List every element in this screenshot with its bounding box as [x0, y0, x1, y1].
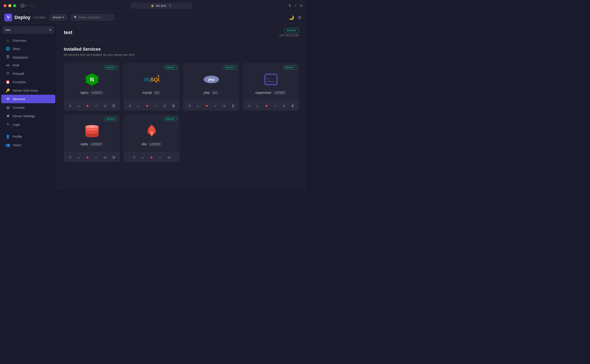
ufw-stop-button[interactable]: ■ [149, 155, 154, 160]
supervisor-start-button[interactable]: ▷ [256, 104, 260, 108]
mysql-stop-button[interactable]: ■ [145, 104, 149, 108]
nginx-check-button[interactable]: ✓ [94, 104, 99, 108]
php-disable-button[interactable]: ⊘ [222, 104, 227, 108]
fullscreen-button[interactable] [13, 4, 16, 7]
sidebar-item-label: Users [13, 143, 21, 147]
env-selector-button[interactable]: default ▾ [49, 14, 67, 20]
settings-icon[interactable]: ⚙ [298, 15, 302, 20]
supervisor-name: supervisor [255, 91, 271, 95]
sidebar-item-cronjobs[interactable]: ⏰ Cronjobs [1, 78, 55, 86]
supervisor-restart-button[interactable]: ↺ [247, 104, 251, 108]
header-right-actions: 🌙 ⚙ [289, 15, 302, 20]
ufw-disable-button[interactable]: ⊘ [167, 155, 171, 160]
sidebar-item-firewall[interactable]: ⏱ Firewall [1, 69, 55, 78]
redis-disable-button[interactable]: ⊘ [103, 155, 107, 160]
sidebar-item-label: Server SSH Keys [13, 89, 38, 92]
php-restart-button[interactable]: ↺ [187, 104, 192, 108]
console-icon: ▤ [6, 105, 10, 110]
mysql-delete-button[interactable]: 🗑 [171, 104, 176, 108]
svg-text:>_: >_ [266, 77, 270, 80]
titlebar-nav: ‹ › [30, 4, 34, 8]
svg-text:My: My [144, 77, 151, 83]
sidebar-item-php[interactable]: </> PHP [1, 61, 55, 69]
server-selector[interactable]: test ▾ [3, 26, 54, 34]
nginx-stop-button[interactable]: ■ [86, 104, 90, 108]
supervisor-stop-button[interactable]: ■ [264, 104, 269, 108]
sidebar-item-ssh-keys[interactable]: 🔑 Server SSH Keys [1, 86, 55, 95]
content-area: test READY 128.140.62.159 Installed Serv… [57, 24, 306, 189]
redis-delete-button[interactable]: 🗑 [112, 155, 116, 160]
nginx-disable-button[interactable]: ⊘ [103, 104, 107, 108]
supervisor-check-button[interactable]: ✓ [273, 104, 277, 108]
service-card-nginx: READY N nginx LATEST [64, 63, 120, 111]
logs-icon: ≡ [6, 123, 10, 126]
supervisor-card-actions: ↺ ▷ ■ ✓ ⊘ 🗑 [243, 101, 299, 111]
server-selector-label: test [6, 28, 11, 32]
svg-rect-2 [20, 7, 25, 7]
search-placeholder: Press / to Search [79, 16, 101, 19]
url-bar[interactable]: 🔒 vito.test ↻ [131, 3, 192, 9]
ufw-status-badge: READY [164, 117, 177, 121]
ufw-name: ufw [141, 142, 147, 146]
server-status-info: READY 128.140.62.159 [279, 28, 299, 37]
sidebar-item-overview[interactable]: ⌂ Overview [1, 36, 55, 45]
redis-name-row: redis LATEST [81, 142, 103, 146]
redis-check-button[interactable]: ✓ [94, 155, 99, 160]
php-check-button[interactable]: ✓ [214, 104, 218, 108]
sidebar-item-databases[interactable]: 🗄 Databases [1, 53, 55, 61]
supervisor-name-row: supervisor LATEST [255, 91, 286, 95]
nginx-delete-button[interactable]: 🗑 [112, 104, 116, 108]
php-logo: php [203, 72, 219, 87]
sidebar-item-label: Profile [13, 135, 22, 138]
globe-icon: 🌐 [6, 47, 10, 51]
ufw-start-button[interactable]: ▷ [141, 155, 145, 160]
nginx-restart-button[interactable]: ↺ [68, 104, 72, 108]
redis-stop-button[interactable]: ■ [86, 155, 90, 160]
sidebar-item-console[interactable]: ▤ Console [1, 103, 55, 112]
status-badge: READY [284, 28, 299, 33]
supervisor-disable-button[interactable]: ⊘ [282, 104, 286, 108]
mysql-name: mysql [142, 91, 152, 95]
php-start-button[interactable]: ▷ [196, 104, 200, 108]
sidebar-toggle[interactable]: ▾ [20, 4, 27, 7]
php-stop-button[interactable]: ■ [205, 104, 209, 108]
close-button[interactable] [4, 4, 7, 7]
forward-button[interactable]: › [33, 4, 34, 8]
sidebar-item-label: Server Settings [13, 114, 35, 118]
sidebar-item-label: Databases [13, 55, 28, 59]
refresh-button[interactable]: ↻ [169, 4, 172, 7]
ufw-check-button[interactable]: ✓ [158, 155, 163, 160]
split-view-button[interactable]: ⧉ [300, 4, 302, 8]
sidebar-item-profile[interactable]: 👤 Profile [1, 132, 55, 141]
svg-rect-1 [20, 6, 25, 6]
sidebar-item-users[interactable]: 👥 Users [1, 141, 55, 149]
firewall-icon: ⏱ [6, 72, 10, 76]
mysql-restart-button[interactable]: ↺ [127, 104, 132, 108]
new-tab-button[interactable]: + [295, 4, 296, 8]
mysql-disable-button[interactable]: ⊘ [163, 104, 167, 108]
redis-restart-button[interactable]: ↺ [68, 155, 72, 160]
sidebar-item-services[interactable]: ⚙ Services [1, 95, 55, 103]
share-button[interactable]: ⬆ [288, 4, 291, 8]
home-icon: ⌂ [6, 39, 10, 42]
dark-mode-toggle[interactable]: 🌙 [289, 15, 294, 20]
back-button[interactable]: ‹ [30, 4, 31, 8]
search-bar[interactable]: 🔍 Press / to Search [71, 14, 114, 20]
profile-icon: 👤 [6, 134, 10, 139]
php-delete-button[interactable]: 🗑 [231, 104, 235, 108]
sidebar-item-server-settings[interactable]: ✱ Server Settings [1, 112, 55, 120]
nginx-version: LATEST [90, 91, 103, 95]
mysql-start-button[interactable]: ▷ [136, 104, 141, 108]
nginx-start-button[interactable]: ▷ [77, 104, 81, 108]
ufw-restart-button[interactable]: ↺ [132, 155, 136, 160]
mysql-check-button[interactable]: ✓ [154, 104, 158, 108]
minimize-button[interactable] [8, 4, 11, 7]
logo-icon: V [4, 13, 12, 21]
sidebar-item-sites[interactable]: 🌐 Sites [1, 45, 55, 53]
sidebar-item-logs[interactable]: ≡ Logs [1, 120, 55, 129]
redis-start-button[interactable]: ▷ [77, 155, 81, 160]
section-title: Installed Services [64, 47, 299, 52]
supervisor-delete-button[interactable]: 🗑 [291, 104, 295, 108]
mysql-version: 8.0 [153, 91, 161, 95]
key-icon: 🔑 [6, 88, 10, 92]
